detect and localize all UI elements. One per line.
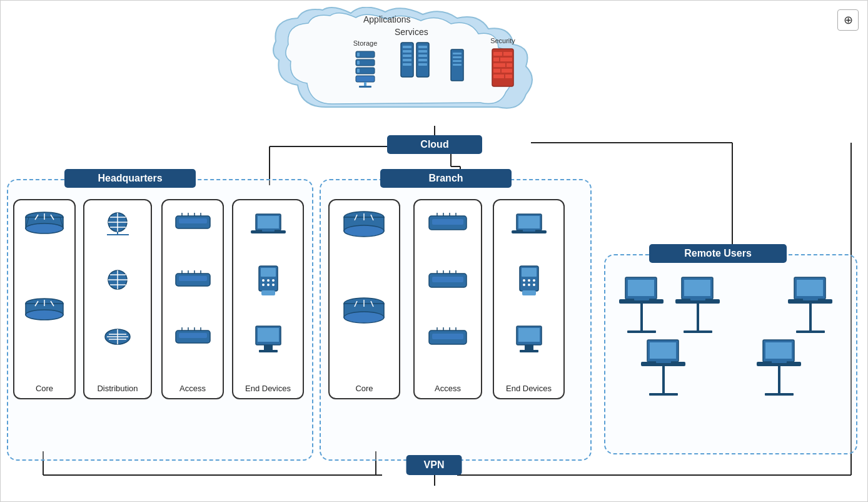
svg-rect-101: [258, 216, 279, 228]
branch-core-switch-2: [341, 297, 388, 325]
svg-rect-175: [684, 330, 712, 333]
remote-laptop-2: [674, 274, 721, 339]
hq-access-column: Access: [161, 199, 224, 399]
svg-point-53: [26, 223, 63, 233]
remote-users-section: Remote Users: [604, 254, 857, 454]
svg-rect-150: [523, 229, 535, 232]
hq-distribution-column: Distribution: [83, 199, 152, 399]
headquarters-label: Headquarters: [64, 169, 196, 188]
svg-rect-36: [453, 53, 462, 54]
cloud-shape: [263, 7, 613, 132]
hq-access-label: Access: [179, 384, 206, 393]
svg-rect-185: [772, 360, 787, 363]
remote-laptop-3: [640, 337, 687, 402]
branch-access-switch-3: [426, 325, 470, 349]
svg-rect-162: [525, 345, 533, 350]
branch-ip-phone: [513, 263, 545, 297]
svg-rect-32: [418, 54, 427, 57]
hq-dist-router-2: [98, 269, 138, 294]
hq-enddevices-column: End Devices: [232, 199, 304, 399]
hq-access-switch-1: [173, 211, 213, 233]
svg-rect-38: [453, 60, 462, 62]
branch-core-switch-1: [341, 211, 388, 239]
svg-rect-31: [418, 50, 427, 53]
branch-desktop-pc: [513, 323, 545, 357]
svg-rect-116: [259, 350, 278, 352]
svg-rect-159: [522, 290, 536, 295]
svg-rect-114: [258, 328, 279, 342]
hq-dist-router-3: [98, 325, 138, 351]
svg-rect-193: [796, 330, 825, 333]
hq-access-switch-3: [173, 325, 213, 347]
branch-section: Branch: [320, 179, 592, 461]
hq-enddevices-label: End Devices: [245, 384, 291, 393]
security-label: Security: [487, 37, 518, 44]
svg-point-61: [26, 310, 63, 320]
hq-core-label: Core: [36, 384, 53, 393]
svg-point-108: [272, 279, 275, 282]
svg-rect-148: [518, 216, 540, 228]
storage-icon: Storage: [350, 39, 381, 91]
svg-point-153: [523, 279, 525, 282]
svg-rect-15: [357, 53, 360, 56]
zoom-button[interactable]: ⊕: [837, 9, 859, 31]
branch-enddevices-label: End Devices: [506, 384, 552, 393]
svg-point-125: [344, 312, 384, 323]
svg-point-156: [523, 284, 525, 286]
svg-rect-173: [690, 297, 705, 300]
remote-laptop-5: [787, 274, 834, 339]
svg-rect-168: [640, 304, 643, 332]
svg-point-119: [344, 225, 384, 237]
svg-rect-130: [432, 219, 463, 225]
svg-rect-44: [493, 69, 512, 73]
cloud-label-box: Cloud: [387, 135, 482, 154]
vpn-label: VPN: [406, 455, 462, 475]
svg-point-157: [528, 284, 530, 286]
hq-ip-phone: [253, 263, 284, 297]
svg-rect-163: [520, 350, 538, 352]
svg-rect-22: [359, 86, 371, 88]
cloud-applications-label: Applications: [363, 14, 411, 24]
svg-rect-186: [778, 366, 780, 394]
svg-rect-95: [179, 333, 207, 338]
svg-rect-174: [697, 304, 699, 332]
svg-point-154: [528, 279, 530, 282]
hq-distribution-label: Distribution: [97, 384, 138, 393]
branch-access-label: Access: [435, 384, 461, 393]
hq-dist-router-1: [98, 211, 138, 236]
svg-rect-24: [403, 46, 411, 48]
svg-rect-17: [357, 61, 360, 64]
branch-label: Branch: [380, 169, 512, 188]
svg-rect-161: [518, 328, 540, 342]
hq-desktop-pc: [253, 323, 284, 357]
svg-rect-191: [803, 297, 818, 300]
svg-rect-34: [418, 63, 427, 66]
branch-core-column: Core: [328, 199, 400, 399]
svg-rect-28: [403, 63, 411, 66]
svg-rect-89: [179, 276, 207, 281]
remote-laptop-1: [618, 274, 665, 339]
branch-enddevices-column: End Devices: [493, 199, 565, 399]
branch-access-switch-1: [426, 211, 470, 235]
thin-server-icon: [448, 48, 467, 85]
svg-rect-19: [357, 69, 360, 73]
svg-rect-171: [684, 280, 710, 296]
svg-rect-26: [403, 54, 411, 57]
svg-point-155: [533, 279, 535, 282]
remote-users-label: Remote Users: [649, 244, 787, 263]
svg-rect-183: [765, 342, 792, 359]
svg-rect-181: [649, 393, 678, 396]
svg-rect-169: [627, 330, 656, 333]
svg-rect-39: [453, 64, 462, 66]
branch-core-label: Core: [355, 384, 373, 393]
cloud-container: Applications Services Storage: [263, 7, 613, 132]
svg-rect-180: [662, 366, 665, 394]
svg-point-110: [267, 284, 270, 286]
svg-rect-152: [522, 268, 537, 277]
svg-rect-115: [264, 345, 273, 350]
svg-rect-187: [765, 393, 794, 396]
svg-rect-30: [418, 46, 427, 48]
svg-rect-142: [432, 334, 463, 339]
svg-rect-165: [628, 280, 654, 296]
svg-rect-25: [403, 50, 411, 53]
